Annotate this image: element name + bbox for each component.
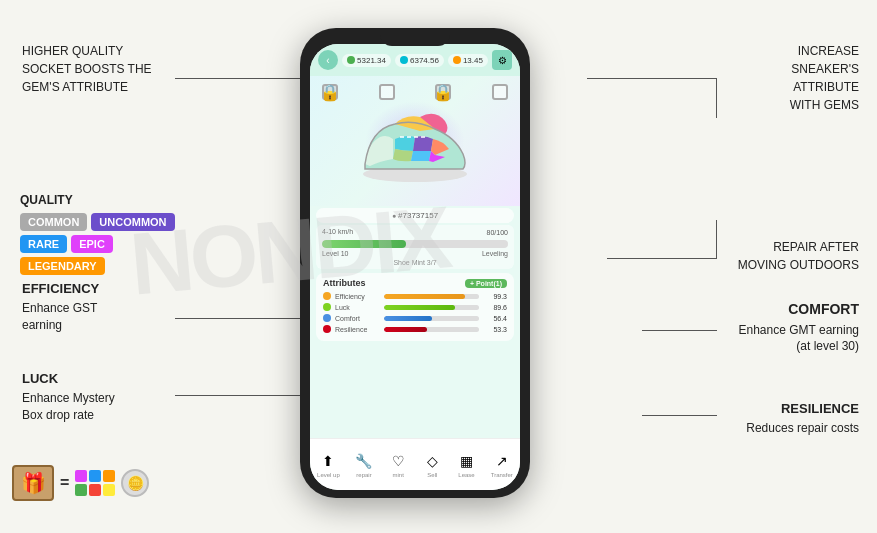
bottom-nav: ⬆ Level up 🔧 repair ♡ mint ◇ Sell ▦ Leas… [310, 438, 520, 490]
resilience-annotation: RESILIENCE Reduces repair costs [746, 400, 859, 437]
sneaker-id: ● #73737157 [316, 208, 514, 223]
speed-section: 4-10 km/h 80/100 Level 10 Leveling Shoe … [316, 225, 514, 269]
resilience-fill [384, 327, 427, 332]
speed-bar-fill [322, 240, 406, 248]
connector-top-right [587, 78, 717, 79]
attr-efficiency-name: Efficiency [335, 293, 380, 300]
gem-slot-1[interactable]: 🔒 [322, 84, 338, 100]
comfort-annotation: COMFORT Enhance GMT earning (at level 30… [738, 300, 859, 355]
settings-button[interactable]: ⚙ [492, 50, 512, 70]
resilience-desc: Reduces repair costs [746, 420, 859, 437]
level-row: Level 10 Leveling [322, 250, 508, 257]
luck-bar [384, 305, 479, 310]
point-button[interactable]: + Point(1) [465, 279, 507, 288]
connector-top-left [175, 78, 305, 79]
chest-icon: 🎁 [12, 465, 54, 501]
coin-icon: 🪙 [121, 469, 149, 497]
resilience-bar [384, 327, 479, 332]
gem-green [75, 484, 87, 496]
attributes-section: Attributes + Point(1) Efficiency 99.3 Lu… [316, 273, 514, 341]
efficiency-bar [384, 294, 479, 299]
attr-luck-name: Luck [335, 304, 380, 311]
quality-section: QUALITY COMMON UNCOMMON RARE EPIC LEGEND… [20, 193, 200, 275]
nav-lease[interactable]: ▦ Lease [457, 452, 477, 478]
equals-sign: = [60, 474, 69, 492]
levelup-label: Level up [317, 472, 340, 478]
repair-annotation: REPAIR AFTER MOVING OUTDOORS [738, 238, 859, 274]
efficiency-dot [323, 292, 331, 300]
nav-sell[interactable]: ◇ Sell [422, 452, 442, 478]
speed-value: 80/100 [487, 229, 508, 236]
comfort-label: COMFORT [738, 300, 859, 320]
resilience-dot [323, 325, 331, 333]
connector-repair [607, 258, 717, 259]
attr-comfort-name: Comfort [335, 315, 380, 322]
sneaker-area: 🔒 🔒 [310, 76, 520, 206]
connector-luck [175, 395, 303, 396]
badges-row-2: RARE EPIC LEGENDARY [20, 235, 200, 275]
resilience-label: RESILIENCE [746, 400, 859, 418]
badge-epic: EPIC [71, 235, 113, 253]
gst-value: 5321.34 [357, 56, 386, 65]
gem-red [89, 484, 101, 496]
luck-icons-section: 🎁 = 🪙 [12, 465, 149, 501]
efficiency-desc: Enhance GST earning [22, 300, 99, 334]
connector-repair-v [716, 220, 717, 258]
transfer-label: Transfer [491, 472, 513, 478]
comfort-desc: Enhance GMT earning (at level 30) [738, 322, 859, 356]
level-state: Leveling [482, 250, 508, 257]
luck-value: 89.6 [483, 304, 507, 311]
attr-row-resilience: Resilience 53.3 [323, 325, 507, 333]
attr-row-comfort: Comfort 56.4 [323, 314, 507, 322]
connector-top-right-v [716, 78, 717, 118]
luck-annotation: LUCK Enhance Mystery Box drop rate [22, 370, 115, 424]
nav-repair[interactable]: 🔧 repair [354, 452, 374, 478]
phone-mockup: ‹ 5321.34 6374.56 13.45 ⚙ [300, 28, 530, 498]
top-right-annotation: INCREASE SNEAKER'S ATTRIBUTE WITH GEMS [790, 42, 859, 114]
comfort-fill [384, 316, 432, 321]
gmt-dot [400, 56, 408, 64]
nav-levelup[interactable]: ⬆ Level up [317, 452, 340, 478]
gem-slot-4[interactable] [492, 84, 508, 100]
connector-resilience [642, 415, 717, 416]
nav-mint[interactable]: ♡ mint [388, 452, 408, 478]
gst-dot [347, 56, 355, 64]
sell-label: Sell [427, 472, 437, 478]
badge-uncommon: UNCOMMON [91, 213, 174, 231]
badge-rare: RARE [20, 235, 67, 253]
efficiency-label: EFFICIENCY [22, 280, 99, 298]
gems-cluster [75, 470, 115, 496]
speed-label: 4-10 km/h [322, 228, 353, 235]
gem-purple [75, 470, 87, 482]
currency-other: 13.45 [448, 54, 488, 67]
other-dot [453, 56, 461, 64]
screen-header: ‹ 5321.34 6374.56 13.45 ⚙ [310, 44, 520, 76]
nav-transfer[interactable]: ↗ Transfer [491, 452, 513, 478]
luck-label: LUCK [22, 370, 115, 388]
efficiency-annotation: EFFICIENCY Enhance GST earning [22, 280, 99, 334]
levelup-icon: ⬆ [318, 452, 338, 470]
mint-icon: ♡ [388, 452, 408, 470]
efficiency-fill [384, 294, 465, 299]
other-value: 13.45 [463, 56, 483, 65]
badges-row: COMMON UNCOMMON [20, 213, 200, 231]
level-current: Level 10 [322, 250, 348, 257]
comfort-value: 56.4 [483, 315, 507, 322]
currency-display: 5321.34 6374.56 13.45 [342, 54, 488, 67]
sneaker-image [355, 99, 475, 184]
lease-label: Lease [458, 472, 474, 478]
connector-comfort [642, 330, 717, 331]
sell-icon: ◇ [422, 452, 442, 470]
speed-bar [322, 240, 508, 248]
currency-gst: 5321.34 [342, 54, 391, 67]
repair-label: repair [356, 472, 371, 478]
gem-blue [89, 470, 101, 482]
attr-row-efficiency: Efficiency 99.3 [323, 292, 507, 300]
comfort-bar [384, 316, 479, 321]
phone-notch [380, 28, 450, 46]
back-button[interactable]: ‹ [318, 50, 338, 70]
attributes-header: Attributes + Point(1) [323, 278, 507, 288]
shoe-mint: Shoe Mint 3/7 [322, 259, 508, 266]
repair-icon: 🔧 [354, 452, 374, 470]
gem-orange [103, 470, 115, 482]
